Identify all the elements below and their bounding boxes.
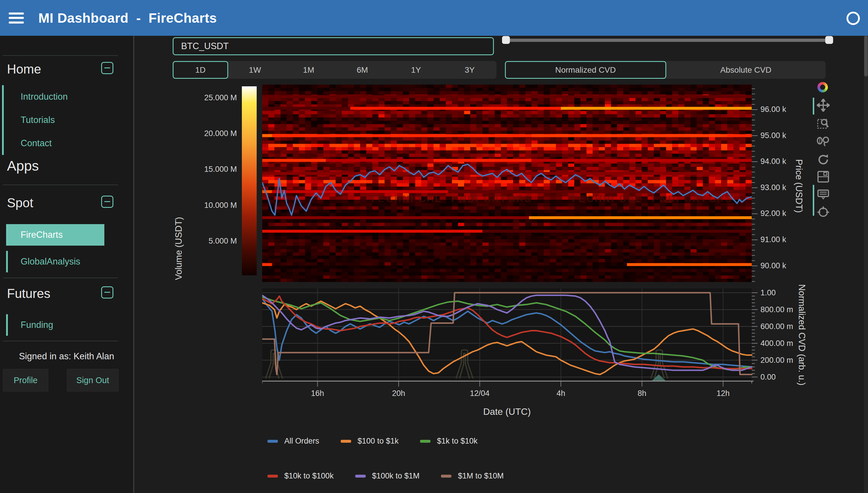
volume-tick-label: 10.000 M [186,201,237,210]
price-axis-title: Price (USDT) [794,159,804,213]
timeframe-1d-button[interactable]: 1D [173,61,228,79]
sidebar-item-introduction[interactable]: Introduction [4,85,126,108]
price-tick-label: 95.00 k [760,131,786,140]
pan-icon[interactable] [817,99,830,112]
cvd-tick-label: 400.00 m [760,339,793,348]
legend-swatch [267,475,278,477]
volume-tick-label: 25.000 M [186,93,237,102]
sidebar-item-funding[interactable]: Funding [6,314,124,336]
legend-item-10k-100k[interactable]: $10k to $100k [267,471,334,480]
save-icon[interactable] [817,170,830,183]
absolute-cvd-button[interactable]: Absolute CVD [666,61,826,79]
volume-axis-title: Volume (USDT) [174,217,184,280]
date-tick-label: 16h [311,389,324,398]
cvd-tick-label: 0.00 [760,373,776,382]
cvd-tick-label: 200.00 m [760,356,793,365]
sidebar-section-apps: Apps [7,158,39,174]
sidebar: Home Introduction Tutorials Contact Apps… [0,36,133,493]
timeframe-1m-button[interactable]: 1M [282,61,335,79]
volume-tick-label: 20.000 M [186,129,237,138]
normalized-cvd-button[interactable]: Normalized CVD [505,61,666,79]
legend-label: $10k to $100k [284,471,334,480]
timeframe-1y-button[interactable]: 1Y [389,61,443,79]
legend-label: $100k to $1M [372,471,420,480]
price-tick-label: 90.00 k [760,261,786,270]
modebar-active-indicator [813,98,814,114]
legend-swatch [355,475,366,477]
date-tick-label: 12h [717,389,730,398]
volume-price-heatmap[interactable] [262,85,752,282]
legend-item-100-1k[interactable]: $100 to $1k [341,436,398,446]
user-avatar-circle-icon[interactable] [846,12,860,25]
date-axis-title: Date (UTC) [483,406,531,417]
price-tick-label: 92.00 k [760,209,786,218]
modebar-active-indicator [813,185,814,216]
toggle-spikelines-icon[interactable] [817,206,830,219]
cvd-tick-label: 1.00 [760,288,776,297]
timeframe-button-group: 1D 1W 1M 6M 1Y 3Y [173,61,497,79]
legend-label: $100 to $1k [357,436,398,446]
box-select-lasso-icons[interactable] [817,135,830,148]
sidebar-item-label: FireCharts [8,230,63,240]
volume-colorbar [242,86,257,275]
legend-item-all-orders[interactable]: All Orders [267,436,319,446]
price-tick-label: 93.00 k [760,183,786,192]
sidebar-item-contact[interactable]: Contact [4,132,126,155]
cvd-tick-label: 800.00 m [760,305,793,314]
page-title: MI Dashboard - FireCharts [38,10,217,26]
normalized-cvd-chart[interactable] [262,286,762,391]
date-tick-label: 8h [637,389,646,398]
sidebar-main-divider [133,36,134,493]
sidebar-section-home: Home [7,62,41,77]
divider [3,278,118,278]
scrollbar-thumb[interactable] [864,36,868,77]
price-tick-label: 96.00 k [760,105,786,114]
divider [3,185,118,185]
profile-button[interactable]: Profile [3,369,48,391]
volume-tick-label: 15.000 M [186,165,237,174]
plotly-logo-icon[interactable] [818,82,828,92]
top-bar: MI Dashboard - FireCharts [0,0,868,36]
symbol-input[interactable] [173,37,494,55]
page-scrollbar[interactable] [864,36,868,493]
collapse-home-button[interactable] [101,62,113,74]
legend-swatch [420,440,431,443]
sidebar-section-spot: Spot [7,196,34,210]
sidebar-item-label: Funding [8,320,53,330]
sidebar-item-label: GlobalAnalysis [8,256,80,267]
legend-item-1m-10m[interactable]: $1M to $10M [441,471,504,480]
cvd-axis-title: Normalized CVD (arb. u.) [797,284,807,385]
legend-swatch [267,440,278,443]
legend-item-1k-10k[interactable]: $1k to $10k [420,436,478,446]
timeframe-1w-button[interactable]: 1W [228,61,282,79]
range-slider-left-handle[interactable] [502,36,510,44]
app-root: MI Dashboard - FireCharts Home Introduct… [0,0,868,493]
hamburger-menu-icon[interactable] [9,13,24,24]
collapse-futures-button[interactable] [101,286,113,299]
date-tick-label: 20h [392,389,405,398]
divider [3,341,118,341]
box-zoom-icon[interactable] [817,117,830,130]
timeframe-3y-button[interactable]: 3Y [443,61,497,79]
legend-label: $1k to $10k [437,436,478,446]
cvd-tick-label: 600.00 m [760,322,793,331]
legend-label: $1M to $10M [458,471,504,480]
toggle-hover-text-icon[interactable] [817,188,830,200]
reset-axes-icon[interactable] [817,153,830,166]
range-slider-right-handle[interactable] [825,36,833,44]
cvd-mode-toggle: Normalized CVD Absolute CVD [505,61,826,79]
legend-item-100k-1m[interactable]: $100k to $1M [355,471,420,480]
price-tick-label: 91.00 k [760,235,786,244]
collapse-spot-button[interactable] [101,196,113,208]
price-tick-label: 94.00 k [760,157,786,166]
legend-label: All Orders [284,436,319,446]
timeframe-6m-button[interactable]: 6M [335,61,389,79]
sidebar-item-firecharts[interactable]: FireCharts [6,224,104,245]
range-slider[interactable] [506,39,829,42]
legend-row-2: $10k to $100k $100k to $1M $1M to $10M [267,471,504,480]
legend-swatch [441,475,452,477]
sidebar-item-tutorials[interactable]: Tutorials [4,108,126,132]
sidebar-item-globalanalysis[interactable]: GlobalAnalysis [6,251,124,272]
date-tick-label: 12/04 [470,389,490,398]
signout-button[interactable]: Sign Out [67,369,118,391]
